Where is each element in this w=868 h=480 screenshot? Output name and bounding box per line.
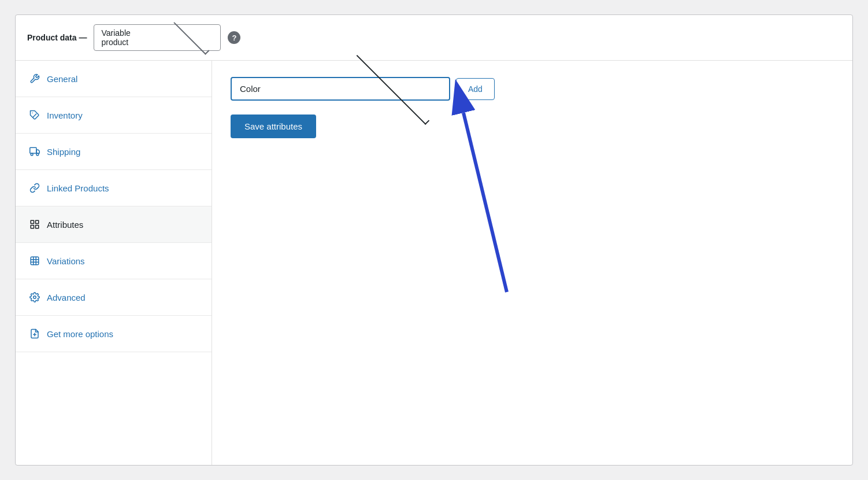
- arrow-annotation: [461, 95, 576, 329]
- svg-point-13: [34, 296, 36, 299]
- sidebar-item-label-linked-products: Linked Products: [47, 183, 109, 193]
- annotation-arrow: [461, 95, 576, 327]
- attribute-chevron-icon: [357, 51, 430, 125]
- product-data-header: Product data — Variable product ?: [16, 15, 852, 61]
- tags-icon: [29, 110, 40, 120]
- svg-rect-4: [31, 220, 34, 223]
- product-data-box: Product data — Variable product ? Genera…: [15, 14, 853, 466]
- sidebar-item-label-advanced: Advanced: [47, 293, 86, 302]
- sidebar-item-attributes[interactable]: Attributes: [16, 206, 212, 243]
- sidebar-item-inventory[interactable]: Inventory: [16, 97, 212, 134]
- sidebar-item-linked-products[interactable]: Linked Products: [16, 170, 212, 206]
- table-icon: [29, 256, 40, 266]
- sidebar-item-general[interactable]: General: [16, 61, 212, 97]
- svg-rect-7: [36, 226, 39, 228]
- sidebar-item-variations[interactable]: Variations: [16, 243, 212, 279]
- sidebar-item-label-shipping: Shipping: [47, 147, 80, 157]
- main-content: Color Add Save attributes: [212, 61, 852, 465]
- gear-icon: [29, 292, 40, 302]
- wrench-icon: [29, 73, 40, 84]
- svg-rect-1: [30, 147, 36, 153]
- product-data-label: Product data —: [27, 33, 87, 42]
- sidebar-item-label-general: General: [47, 74, 77, 84]
- truck-icon: [29, 146, 40, 157]
- sidebar-item-label-inventory: Inventory: [47, 110, 83, 120]
- chevron-down-icon: [174, 19, 210, 54]
- svg-rect-6: [31, 226, 34, 228]
- svg-rect-8: [31, 257, 39, 265]
- save-attributes-button[interactable]: Save attributes: [231, 115, 316, 138]
- svg-point-2: [31, 153, 33, 156]
- sidebar-item-label-variations: Variations: [47, 256, 85, 266]
- sidebar-item-shipping[interactable]: Shipping: [16, 134, 212, 170]
- link-icon: [29, 183, 40, 193]
- svg-point-3: [36, 153, 39, 156]
- help-icon[interactable]: ?: [228, 31, 240, 44]
- attribute-select-value: Color: [240, 84, 336, 94]
- product-type-select[interactable]: Variable product: [94, 24, 221, 51]
- svg-line-17: [463, 113, 507, 292]
- attribute-select[interactable]: Color: [231, 77, 450, 101]
- sidebar-item-get-more-options[interactable]: Get more options: [16, 316, 212, 352]
- attribute-row: Color Add: [231, 77, 834, 101]
- sidebar-item-advanced[interactable]: Advanced: [16, 279, 212, 316]
- product-type-value: Variable product: [101, 28, 145, 47]
- sidebar-item-label-get-more-options: Get more options: [47, 329, 113, 339]
- add-button[interactable]: Add: [456, 78, 495, 100]
- product-data-body: General Inventory: [16, 61, 852, 465]
- sidebar: General Inventory: [16, 61, 212, 465]
- svg-rect-5: [36, 220, 39, 223]
- sidebar-item-label-attributes: Attributes: [47, 220, 83, 230]
- plugin-icon: [29, 328, 40, 339]
- grid-icon: [29, 219, 40, 230]
